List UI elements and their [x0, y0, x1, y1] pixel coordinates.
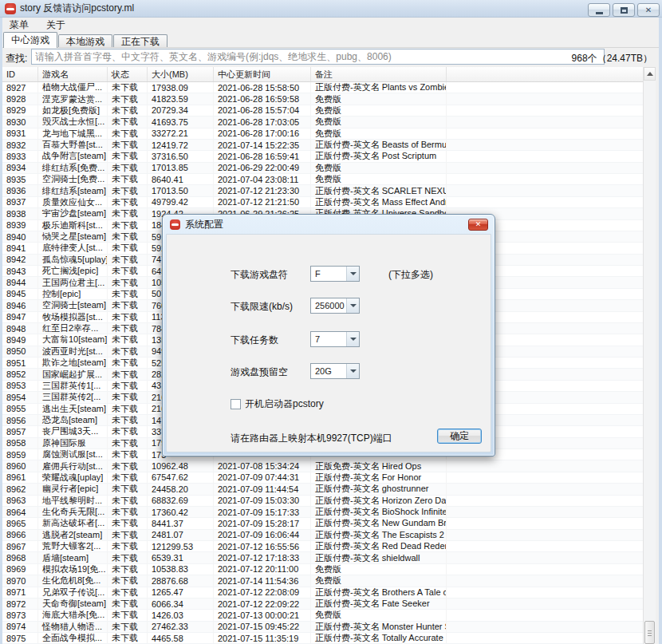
cell-id: 8946 [2, 300, 38, 310]
menu-item-main[interactable]: 菜单 [6, 18, 32, 33]
cell-id: 8941 [2, 243, 38, 253]
table-row[interactable]: 8974 怪物猎人物语... 未下载 27462.33 2021-07-15 0… [2, 622, 643, 633]
column-header-id[interactable]: ID [2, 67, 38, 81]
cell-remark: 免费版 [311, 117, 447, 127]
cell-status: 未下载 [108, 564, 148, 575]
task-count-label: 下载任务数 [231, 334, 278, 347]
cell-size: 6066.34 [148, 599, 214, 609]
tab-local-games[interactable]: 本地游戏 [58, 34, 112, 48]
table-row[interactable]: 8929 如龙极[免费版] 未下载 20729.34 2021-06-28 15… [2, 105, 643, 117]
table-row[interactable]: 8969 模拟农场19[免... 未下载 10538.83 2021-07-12… [2, 564, 643, 575]
table-row[interactable]: 8932 百慕大野兽[st... 未下载 12419.72 2021-07-14… [2, 140, 643, 151]
cell-blank [447, 564, 643, 575]
port-mapping-hint: 请在路由器上映射本机9927(TCP)端口 [231, 432, 392, 445]
tab-center-games[interactable]: 中心游戏 [3, 32, 57, 48]
cell-size: 8640.41 [148, 174, 214, 184]
close-button[interactable]: ✕ [637, 3, 660, 17]
dialog-body: 下载游戏盘符 F (下拉多选) 下载限速(kb/s) 256000 下载任务数 … [166, 234, 491, 452]
cell-status: 未下载 [108, 426, 148, 437]
cell-name: 孤岛惊魂5[uplay] [38, 255, 108, 265]
column-header-remark[interactable]: 备注 [311, 67, 447, 81]
cell-name: 红至日2幸存... [38, 323, 108, 334]
cell-blank [447, 151, 643, 161]
table-row[interactable]: 8931 龙与地下城黑... 未下载 33272.21 2021-06-28 1… [2, 128, 643, 140]
speed-limit-dropdown[interactable]: 256000 [310, 298, 360, 314]
table-row[interactable]: 8973 海底大猎杀[免... 未下载 1426.03 2021-07-13 0… [2, 610, 643, 621]
dialog-close-button[interactable]: ✕ [468, 219, 488, 231]
task-count-dropdown[interactable]: 7 [310, 331, 360, 347]
table-row[interactable]: 8966 逃脱者2[steam] 未下载 2481.07 2021-07-09 … [2, 530, 643, 541]
cell-id: 8959 [2, 449, 38, 460]
cell-id: 8960 [2, 460, 38, 471]
cell-name: 生化危机8[免... [38, 575, 108, 586]
cell-remark: 正版付费-英文名 Red Dead Redem... [311, 541, 447, 551]
cell-name: 荒野大镖客2[... [38, 541, 108, 551]
window-controls: ✕ [588, 3, 660, 17]
search-input[interactable] [31, 49, 605, 65]
table-row[interactable]: 8934 绯红结系[免费... 未下载 17013.85 2021-06-29 … [2, 163, 643, 174]
cell-status: 未下载 [108, 518, 148, 528]
cell-size: 2481.07 [148, 530, 214, 540]
table-row[interactable]: 8967 荒野大镖客2[... 未下载 121299.53 2021-07-12… [2, 541, 643, 552]
autostart-checkbox[interactable] [231, 399, 241, 409]
dialog-titlebar[interactable]: 系统配置 [163, 215, 495, 234]
cell-id: 8933 [2, 151, 38, 161]
table-row[interactable]: 8971 兄弟双子传说[... 未下载 1265.47 2021-07-12 2… [2, 587, 643, 599]
table-row[interactable]: 8928 涅克罗蒙达赏... 未下载 41823.59 2021-06-28 1… [2, 93, 643, 105]
scrollbar-up-button[interactable] [644, 67, 656, 81]
table-row[interactable]: 8968 盾墙[steam] 未下载 6539.31 2021-07-12 17… [2, 552, 643, 563]
column-header-updated[interactable]: 中心更新时间 [214, 67, 311, 81]
table-row[interactable]: 8975 全面战争模拟... 未下载 4465.58 2021-07-15 11… [2, 633, 643, 644]
cell-id: 8964 [2, 507, 38, 517]
table-row[interactable]: 8935 空洞骑士[免费... 未下载 8640.41 2021-07-04 2… [2, 174, 643, 185]
cell-name: 生化奇兵无限[... [38, 507, 108, 517]
table-row[interactable]: 8964 生化奇兵无限[... 未下载 17360.42 2021-07-09 … [2, 507, 643, 518]
table-row[interactable]: 8963 地平线黎明时... 未下载 68832.69 2021-07-09 1… [2, 496, 643, 507]
table-row[interactable]: 8933 战争附言[steam] 未下载 37316.50 2021-06-28… [2, 151, 643, 162]
maximize-button[interactable] [613, 3, 635, 17]
table-row[interactable]: 8970 生化危机8[免... 未下载 28876.68 2021-07-14 … [2, 575, 643, 587]
table-row[interactable]: 8930 毁灭战士永恒[... 未下载 41693.75 2021-06-28 … [2, 117, 643, 128]
cell-status: 未下载 [108, 174, 148, 184]
cell-name: 地平线黎明时... [38, 496, 108, 506]
cell-size: 27462.33 [148, 622, 214, 632]
table-row[interactable]: 8965 新高达破坏者[... 未下载 8441.37 2021-07-09 1… [2, 518, 643, 529]
table-row[interactable]: 8961 荣耀战魂[uplay] 未下载 67547.62 2021-07-09… [2, 472, 643, 484]
table-row[interactable]: 8972 天命奇御[steam] 未下载 6066.34 2021-07-12 … [2, 599, 643, 610]
cell-id: 8970 [2, 575, 38, 586]
vertical-scrollbar[interactable] [643, 67, 656, 644]
cell-id: 8937 [2, 197, 38, 207]
cell-name: 原神国际服 [38, 438, 108, 448]
column-header-size[interactable]: 大小(MB) [148, 67, 214, 81]
cell-id: 8963 [2, 496, 38, 506]
cell-id: 8958 [2, 438, 38, 448]
cell-blank [447, 105, 643, 116]
cell-remark: 正版付费-英文名 Brothers A Tale o... [311, 587, 447, 598]
cell-status: 未下载 [108, 151, 148, 161]
drive-letter-dropdown[interactable]: F [310, 266, 360, 282]
cell-status: 未下载 [108, 587, 148, 598]
cell-size: 4465.58 [148, 633, 214, 643]
reserve-space-dropdown[interactable]: 20G [310, 363, 360, 379]
scrollbar-thumb[interactable] [644, 621, 655, 644]
menu-item-about[interactable]: 关于 [43, 18, 69, 33]
tab-downloading[interactable]: 正在下载 [113, 34, 167, 48]
table-row[interactable]: 8937 质量效应仙女... 未下载 49799.42 2021-07-12 2… [2, 197, 643, 208]
table-row[interactable]: 8927 植物大战僵尸... 未下载 17938.09 2021-06-28 1… [2, 82, 643, 93]
cell-name: 龙与地下城黑... [38, 128, 108, 139]
cell-updated: 2021-07-12 17:18:33 [214, 552, 311, 563]
ok-button[interactable]: 确定 [437, 429, 482, 444]
cell-remark: 免费版 [311, 564, 447, 575]
cell-id: 8973 [2, 610, 38, 620]
cell-name: 新高达破坏者[... [38, 518, 108, 528]
table-row[interactable]: 8960 雇佣兵行动[st... 未下载 10962.48 2021-07-08… [2, 460, 643, 472]
table-row[interactable]: 8962 幽灵行者[epic] 未下载 24458.20 2021-07-09 … [2, 484, 643, 495]
column-header-status[interactable]: 状态 [108, 67, 148, 81]
cell-name: 腐蚀测试服[st... [38, 449, 108, 460]
cell-name: 欺诈之地[steam] [38, 358, 108, 368]
column-header-name[interactable]: 游戏名 [38, 67, 108, 81]
table-row[interactable]: 8936 绯红结系[steam] 未下载 17013.50 2021-07-12… [2, 185, 643, 196]
cell-blank [447, 530, 643, 540]
minimize-button[interactable] [588, 3, 610, 17]
cell-id: 8948 [2, 323, 38, 334]
